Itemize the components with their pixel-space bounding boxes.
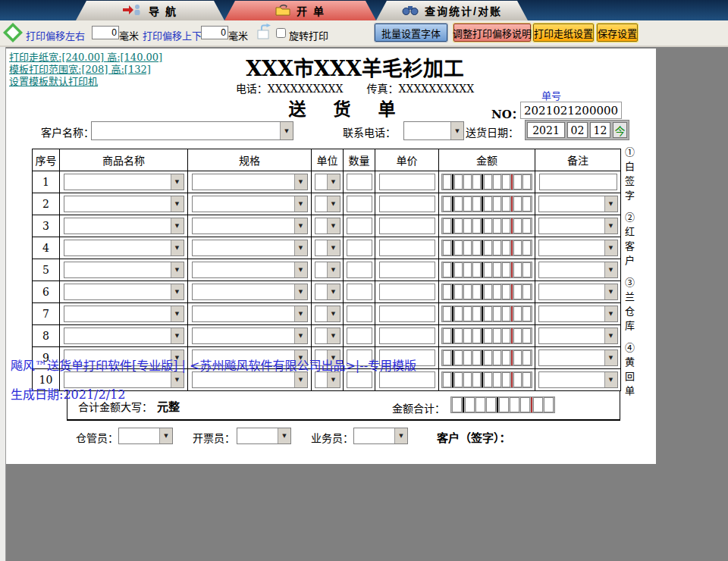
unit-combo[interactable]: ▼ xyxy=(315,371,340,388)
amount-digit-box[interactable] xyxy=(502,196,510,212)
amount-digit-box[interactable] xyxy=(493,306,501,321)
amount-digit-box[interactable] xyxy=(472,350,481,365)
price-input[interactable] xyxy=(379,196,435,212)
amount-digit-box[interactable] xyxy=(513,174,522,190)
amount-digit-box[interactable] xyxy=(484,240,492,255)
default-printer-link[interactable]: 设置模板默认打印机 xyxy=(9,76,162,88)
template-range-link[interactable]: 模板打印范围宽:[208] 高:[132] xyxy=(9,64,162,76)
unit-combo[interactable]: ▼ xyxy=(315,284,340,300)
amount-digit-box[interactable] xyxy=(463,350,472,365)
spec-combo[interactable]: ▼ xyxy=(192,262,308,278)
salesman-combo[interactable]: ▼ xyxy=(353,428,408,444)
amount-digit-box[interactable] xyxy=(454,350,463,365)
amount-digit-box[interactable] xyxy=(522,350,531,365)
chevron-down-icon[interactable]: ▼ xyxy=(294,240,307,255)
amount-digit-box[interactable] xyxy=(472,240,481,255)
amount-digit-box[interactable] xyxy=(484,372,492,387)
amount-digit-box[interactable] xyxy=(484,350,492,365)
chevron-down-icon[interactable]: ▼ xyxy=(327,218,340,233)
qty-input[interactable] xyxy=(347,328,372,344)
amount-digit-box[interactable] xyxy=(513,328,522,343)
product-combo[interactable]: ▼ xyxy=(64,306,184,322)
amount-digit-box[interactable] xyxy=(499,397,509,412)
chevron-down-icon[interactable]: ▼ xyxy=(171,284,184,299)
chevron-down-icon[interactable]: ▼ xyxy=(327,240,340,255)
spec-combo[interactable]: ▼ xyxy=(192,371,308,388)
remark-combo[interactable]: ▼ xyxy=(538,240,618,256)
qty-input[interactable] xyxy=(347,262,372,278)
amount-digit-box[interactable] xyxy=(443,372,451,387)
amount-digit-box[interactable] xyxy=(443,328,451,343)
tab-navigation[interactable]: 导 航 xyxy=(76,1,224,20)
spec-combo[interactable]: ▼ xyxy=(192,284,308,300)
price-input[interactable] xyxy=(379,306,435,322)
offset-ud-input[interactable] xyxy=(201,26,228,39)
amount-digit-box[interactable] xyxy=(472,196,481,212)
amount-digit-box[interactable] xyxy=(486,397,496,412)
chevron-down-icon[interactable]: ▼ xyxy=(294,218,307,233)
amount-digit-box[interactable] xyxy=(520,397,530,412)
product-combo[interactable]: ▼ xyxy=(64,262,184,278)
qty-input[interactable] xyxy=(347,284,372,300)
chevron-down-icon[interactable]: ▼ xyxy=(327,196,340,212)
amount-digit-box[interactable] xyxy=(502,218,510,233)
tab-query-stats[interactable]: 查询统计/对账 xyxy=(376,1,528,20)
amount-digit-box[interactable] xyxy=(513,262,522,277)
paper-feed-button[interactable]: 打印走纸设置 xyxy=(533,24,594,42)
tab-billing[interactable]: 开 单 xyxy=(224,1,376,20)
price-input[interactable] xyxy=(379,240,435,256)
chevron-down-icon[interactable]: ▼ xyxy=(327,262,340,277)
amount-digit-box[interactable] xyxy=(493,174,501,190)
spec-combo[interactable]: ▼ xyxy=(192,240,308,256)
amount-digit-box[interactable] xyxy=(454,306,463,321)
chevron-down-icon[interactable]: ▼ xyxy=(171,262,184,277)
amount-digit-box[interactable] xyxy=(522,262,531,277)
amount-digit-box[interactable] xyxy=(443,174,451,190)
amount-digit-box[interactable] xyxy=(493,372,501,387)
chevron-down-icon[interactable]: ▼ xyxy=(604,350,617,365)
amount-digit-box[interactable] xyxy=(502,240,510,255)
amount-digit-box[interactable] xyxy=(443,218,451,233)
chevron-down-icon[interactable]: ▼ xyxy=(604,262,617,277)
amount-digit-box[interactable] xyxy=(443,350,451,365)
spec-combo[interactable]: ▼ xyxy=(192,174,308,190)
amount-digit-box[interactable] xyxy=(472,372,481,387)
chevron-down-icon[interactable]: ▼ xyxy=(159,428,172,443)
amount-digit-box[interactable] xyxy=(513,218,522,233)
amount-digit-box[interactable] xyxy=(544,397,554,412)
amount-digit-box[interactable] xyxy=(454,328,463,343)
spec-combo[interactable]: ▼ xyxy=(192,196,308,212)
amount-digit-box[interactable] xyxy=(443,196,451,212)
amount-digit-box[interactable] xyxy=(454,218,463,233)
batch-font-button[interactable]: 批量设置字体 xyxy=(375,24,447,42)
product-combo[interactable]: ▼ xyxy=(64,218,184,234)
chevron-down-icon[interactable]: ▼ xyxy=(604,218,617,233)
chevron-down-icon[interactable]: ▼ xyxy=(294,196,307,212)
amount-digit-box[interactable] xyxy=(454,174,463,190)
amount-digit-box[interactable] xyxy=(493,284,501,299)
amount-digit-box[interactable] xyxy=(513,240,522,255)
unit-combo[interactable]: ▼ xyxy=(315,196,340,212)
price-input[interactable] xyxy=(379,284,435,300)
price-input[interactable] xyxy=(379,174,435,190)
chevron-down-icon[interactable]: ▼ xyxy=(171,328,184,343)
qty-input[interactable] xyxy=(347,371,372,388)
spec-combo[interactable]: ▼ xyxy=(192,328,308,344)
amount-digit-box[interactable] xyxy=(484,328,492,343)
chevron-down-icon[interactable]: ▼ xyxy=(278,428,290,443)
amount-digit-box[interactable] xyxy=(522,240,531,255)
amount-digit-box[interactable] xyxy=(484,306,492,321)
chevron-down-icon[interactable]: ▼ xyxy=(450,122,463,139)
amount-digit-box[interactable] xyxy=(454,262,463,277)
qty-input[interactable] xyxy=(347,240,372,256)
amount-digit-box[interactable] xyxy=(484,218,492,233)
amount-digit-box[interactable] xyxy=(513,350,522,365)
product-combo[interactable]: ▼ xyxy=(64,240,184,256)
spec-combo[interactable]: ▼ xyxy=(192,306,308,322)
product-combo[interactable]: ▼ xyxy=(64,284,184,300)
amount-digit-box[interactable] xyxy=(472,174,481,190)
date-day-box[interactable]: 12 xyxy=(590,122,610,138)
amount-digit-box[interactable] xyxy=(522,328,531,343)
chevron-down-icon[interactable]: ▼ xyxy=(294,328,307,343)
amount-digit-box[interactable] xyxy=(522,196,531,212)
